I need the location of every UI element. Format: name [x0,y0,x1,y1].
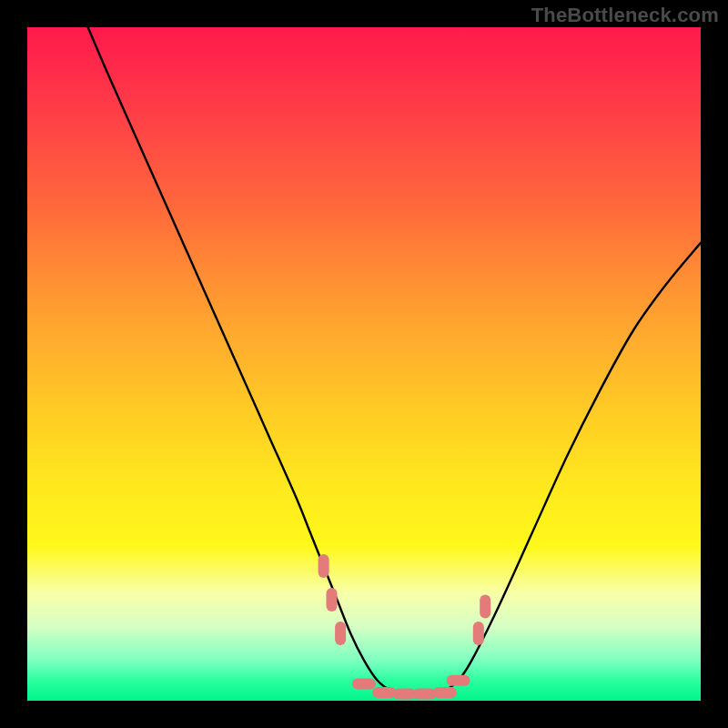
marker-group [318,554,491,700]
attribution-text: TheBottleneck.com [531,4,719,27]
curve-marker [480,594,490,618]
curve-marker [335,622,346,645]
curve-marker [318,554,329,578]
plot-area [27,27,701,701]
curve-marker [473,622,484,645]
curve-marker [372,687,396,698]
curve-marker [413,689,437,700]
curve-marker [327,588,338,612]
curve-marker [352,679,376,690]
curve-marker [447,675,470,686]
curve-marker [433,687,457,698]
bottleneck-curve [88,27,701,694]
curve-marker [392,689,416,700]
chart-frame: TheBottleneck.com [0,0,728,728]
curve-svg [27,27,701,701]
